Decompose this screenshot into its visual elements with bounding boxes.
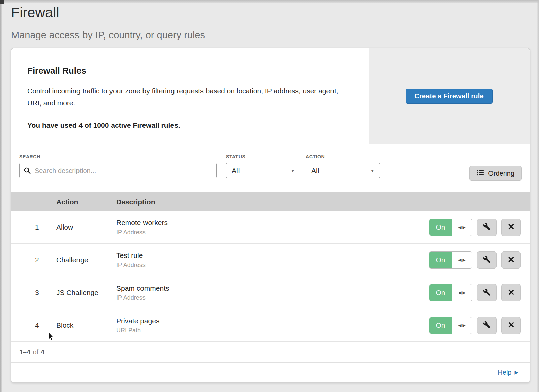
rule-description-cell: Spam comments IP Address bbox=[116, 284, 429, 301]
table-header: Action Description bbox=[11, 192, 530, 211]
rule-enabled-toggle[interactable]: On ◀▶ bbox=[429, 251, 472, 269]
rule-enabled-toggle[interactable]: On ◀▶ bbox=[429, 317, 472, 334]
screen-corner bbox=[0, 0, 4, 4]
rule-enabled-toggle[interactable]: On ◀▶ bbox=[429, 219, 472, 236]
table-row: 1 Allow Remote workers IP Address On ◀▶ bbox=[11, 211, 530, 244]
status-select[interactable]: All ▼ bbox=[226, 163, 300, 178]
toggle-on-label[interactable]: On bbox=[429, 284, 452, 301]
search-filter: SEARCH bbox=[19, 154, 217, 192]
create-firewall-rule-button[interactable]: Create a Firewall rule bbox=[406, 89, 493, 104]
pagination: 1–4 of 4 bbox=[11, 342, 530, 363]
toggle-arrows-icon: ◀▶ bbox=[457, 258, 466, 262]
rule-controls: On ◀▶ bbox=[429, 284, 530, 301]
rule-match-type: IP Address bbox=[116, 262, 429, 269]
arrow-right-icon: ▶ bbox=[514, 369, 518, 375]
help-link[interactable]: Help ▶ bbox=[498, 369, 518, 376]
rules-usage-note: You have used 4 of 1000 active Firewall … bbox=[27, 121, 352, 129]
rule-description-cell: Private pages URI Path bbox=[116, 317, 429, 334]
firewall-rules-card: Firewall Rules Control incoming traffic … bbox=[11, 48, 530, 383]
chevron-down-icon: ▼ bbox=[370, 168, 375, 173]
wrench-icon bbox=[483, 255, 491, 264]
toggle-arrows-icon: ◀▶ bbox=[457, 323, 466, 328]
screen-left-edge bbox=[0, 0, 2, 392]
pagination-separator: of bbox=[33, 348, 38, 356]
list-icon bbox=[477, 170, 484, 177]
pagination-range: 1–4 bbox=[19, 348, 30, 356]
rule-match-type: IP Address bbox=[116, 229, 429, 236]
wrench-icon bbox=[483, 288, 491, 297]
rule-action: JS Challenge bbox=[56, 289, 116, 297]
description-column-header: Description bbox=[116, 198, 530, 206]
rule-description: Spam comments bbox=[116, 284, 429, 292]
toggle-handle[interactable]: ◀▶ bbox=[452, 284, 472, 301]
action-select-value: All bbox=[311, 167, 319, 175]
toggle-on-label[interactable]: On bbox=[429, 219, 452, 236]
close-icon bbox=[508, 223, 514, 231]
rule-controls: On ◀▶ bbox=[429, 317, 530, 334]
status-label: STATUS bbox=[226, 154, 300, 159]
rule-priority: 4 bbox=[11, 321, 56, 329]
rules-table-body: 1 Allow Remote workers IP Address On ◀▶ bbox=[11, 211, 530, 342]
rule-priority: 2 bbox=[11, 256, 56, 264]
toggle-on-label[interactable]: On bbox=[429, 252, 452, 268]
search-input[interactable] bbox=[19, 163, 217, 178]
ordering-button-label: Ordering bbox=[488, 170, 514, 177]
page-header: Firewall Manage access by IP, country, o… bbox=[0, 0, 539, 41]
rule-description-cell: Test rule IP Address bbox=[116, 251, 429, 269]
page-title: Firewall bbox=[11, 5, 539, 21]
delete-rule-button[interactable] bbox=[501, 251, 521, 269]
ordering-button[interactable]: Ordering bbox=[469, 166, 522, 181]
card-footer: Help ▶ bbox=[11, 363, 530, 382]
rule-controls: On ◀▶ bbox=[429, 251, 530, 269]
table-row: 2 Challenge Test rule IP Address On ◀▶ bbox=[11, 244, 530, 276]
table-row: 3 JS Challenge Spam comments IP Address … bbox=[11, 276, 530, 309]
action-label: ACTION bbox=[306, 154, 380, 159]
rule-description-cell: Remote workers IP Address bbox=[116, 219, 429, 236]
rule-priority: 3 bbox=[11, 289, 56, 297]
action-column-header: Action bbox=[56, 198, 116, 206]
search-icon bbox=[24, 167, 31, 176]
table-row: 4 Block Private pages URI Path On ◀▶ bbox=[11, 309, 530, 342]
help-link-label: Help bbox=[498, 369, 511, 376]
rule-description: Remote workers bbox=[116, 219, 429, 227]
edit-rule-button[interactable] bbox=[477, 284, 497, 301]
toggle-arrows-icon: ◀▶ bbox=[457, 225, 466, 230]
delete-rule-button[interactable] bbox=[501, 219, 521, 236]
rule-action: Block bbox=[56, 321, 116, 329]
rules-header-section: Firewall Rules Control incoming traffic … bbox=[11, 48, 530, 144]
toggle-arrows-icon: ◀▶ bbox=[457, 290, 466, 295]
action-select[interactable]: All ▼ bbox=[306, 163, 380, 178]
screen-top-edge bbox=[0, 0, 539, 3]
filters-bar: SEARCH STATUS All ▼ ACTION All bbox=[11, 144, 530, 192]
chevron-down-icon: ▼ bbox=[290, 168, 295, 173]
edit-rule-button[interactable] bbox=[477, 251, 497, 269]
rules-heading: Firewall Rules bbox=[27, 66, 352, 76]
delete-rule-button[interactable] bbox=[501, 317, 521, 334]
edit-rule-button[interactable] bbox=[477, 219, 497, 236]
toggle-handle[interactable]: ◀▶ bbox=[452, 252, 472, 268]
rule-priority: 1 bbox=[11, 223, 56, 231]
rule-match-type: IP Address bbox=[116, 294, 429, 301]
rule-controls: On ◀▶ bbox=[429, 219, 530, 236]
wrench-icon bbox=[483, 321, 491, 330]
pagination-total: 4 bbox=[41, 348, 44, 356]
edit-rule-button[interactable] bbox=[477, 317, 497, 334]
page-subtitle: Manage access by IP, country, or query r… bbox=[11, 30, 539, 41]
delete-rule-button[interactable] bbox=[501, 284, 521, 301]
search-label: SEARCH bbox=[19, 154, 217, 159]
create-rule-panel: Create a Firewall rule bbox=[369, 48, 530, 144]
action-filter: ACTION All ▼ bbox=[306, 154, 380, 192]
rule-match-type: URI Path bbox=[116, 327, 429, 334]
toggle-handle[interactable]: ◀▶ bbox=[452, 317, 472, 334]
rule-description: Private pages bbox=[116, 317, 429, 325]
rule-action: Allow bbox=[56, 223, 116, 231]
rule-enabled-toggle[interactable]: On ◀▶ bbox=[429, 284, 472, 301]
rules-description: Control incoming traffic to your zone by… bbox=[27, 85, 347, 109]
rule-action: Challenge bbox=[56, 256, 116, 264]
toggle-handle[interactable]: ◀▶ bbox=[452, 219, 472, 236]
wrench-icon bbox=[483, 223, 491, 232]
toggle-on-label[interactable]: On bbox=[429, 317, 452, 334]
rule-description: Test rule bbox=[116, 251, 429, 260]
status-select-value: All bbox=[232, 167, 240, 175]
close-icon bbox=[508, 289, 514, 296]
